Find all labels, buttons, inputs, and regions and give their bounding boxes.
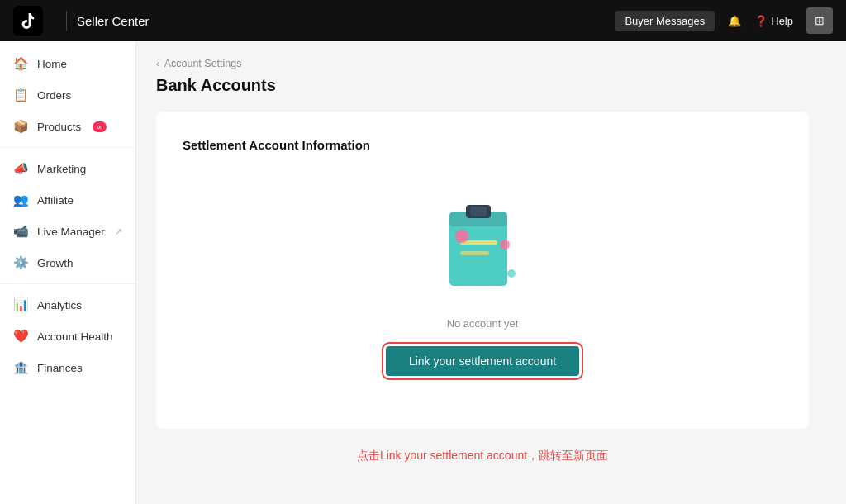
svg-point-8: [507, 269, 516, 278]
marketing-icon: 📣: [13, 161, 29, 176]
sidebar-divider-2: [0, 283, 135, 284]
sidebar-item-affiliate-label: Affiliate: [37, 194, 74, 207]
sidebar-item-growth-label: Growth: [37, 257, 74, 269]
breadcrumb-chevron: ‹: [156, 59, 159, 69]
sidebar-item-marketing-label: Marketing: [37, 163, 86, 175]
sidebar-item-home[interactable]: 🏠 Home: [0, 48, 135, 79]
external-link-icon: ↗: [115, 226, 122, 237]
sidebar-item-finances-label: Finances: [37, 362, 83, 374]
sidebar-item-live-manager[interactable]: 📹 Live Manager ↗: [0, 216, 135, 247]
settlement-card: Settlement Account Information: [156, 112, 809, 429]
question-icon: ❓: [754, 15, 768, 27]
header-right: Buyer Messages 🔔 ❓ Help ⊞: [615, 7, 833, 34]
help-button[interactable]: ❓ Help: [754, 15, 793, 27]
home-icon: 🏠: [13, 56, 29, 71]
sidebar-item-analytics[interactable]: 📊 Analytics: [0, 289, 135, 321]
breadcrumb-parent[interactable]: Account Settings: [164, 58, 242, 69]
seller-center-title: Seller Center: [77, 14, 150, 28]
avatar-button[interactable]: ⊞: [806, 7, 833, 34]
clipboard-illustration: [437, 195, 528, 302]
logo: [13, 6, 43, 36]
svg-rect-9: [449, 212, 507, 226]
no-account-text: No account yet: [447, 317, 519, 330]
header: Seller Center Buyer Messages 🔔 ❓ Help ⊞: [0, 0, 846, 41]
sidebar-item-products-label: Products: [37, 121, 81, 133]
header-divider: [66, 11, 67, 31]
link-settlement-account-button[interactable]: Link your settlement account: [386, 346, 579, 376]
bell-button[interactable]: 🔔: [728, 15, 741, 27]
sidebar-item-orders-label: Orders: [37, 89, 71, 102]
sidebar-item-account-health-label: Account Health: [37, 330, 113, 343]
main-content: ‹ Account Settings Bank Accounts Settlem…: [136, 41, 846, 504]
sidebar-item-live-manager-label: Live Manager: [37, 226, 105, 238]
svg-rect-0: [17, 9, 40, 32]
products-badge: ∞: [93, 121, 107, 132]
sidebar-item-orders[interactable]: 📋 Orders: [0, 79, 135, 111]
breadcrumb: ‹ Account Settings: [156, 58, 826, 69]
sidebar-item-home-label: Home: [37, 58, 67, 70]
bell-icon: 🔔: [728, 15, 741, 27]
growth-icon: ⚙️: [13, 255, 29, 270]
tiktok-icon: [13, 6, 43, 36]
buyer-messages-button[interactable]: Buyer Messages: [615, 11, 715, 31]
sidebar-item-analytics-label: Analytics: [37, 299, 82, 311]
sidebar: 🏠 Home 📋 Orders 📦 Products ∞ 📣 Marketing…: [0, 41, 136, 504]
sidebar-item-marketing[interactable]: 📣 Marketing: [0, 153, 135, 184]
orders-icon: 📋: [13, 88, 29, 102]
annotation-text: 点击Link your settlement account，跳转至新页面: [156, 449, 809, 464]
empty-state: No account yet Link your settlement acco…: [183, 178, 782, 402]
sidebar-item-affiliate[interactable]: 👥 Affiliate: [0, 184, 135, 216]
page-title: Bank Accounts: [156, 76, 826, 95]
help-label: Help: [771, 15, 793, 27]
sidebar-divider-1: [0, 147, 135, 148]
sidebar-item-growth[interactable]: ⚙️ Growth: [0, 247, 135, 278]
live-manager-icon: 📹: [13, 224, 29, 239]
card-title: Settlement Account Information: [183, 138, 782, 152]
svg-point-7: [500, 240, 510, 250]
products-icon: 📦: [13, 119, 29, 134]
account-health-icon: ❤️: [13, 329, 29, 344]
layout: 🏠 Home 📋 Orders 📦 Products ∞ 📣 Marketing…: [0, 41, 846, 504]
svg-point-6: [455, 230, 468, 243]
affiliate-icon: 👥: [13, 193, 29, 207]
sidebar-item-finances[interactable]: 🏦 Finances: [0, 352, 135, 383]
svg-rect-5: [460, 251, 489, 255]
grid-icon: ⊞: [815, 14, 825, 27]
finances-icon: 🏦: [13, 360, 29, 375]
sidebar-item-products[interactable]: 📦 Products ∞: [0, 111, 135, 142]
analytics-icon: 📊: [13, 297, 29, 312]
sidebar-item-account-health[interactable]: ❤️ Account Health: [0, 321, 135, 352]
